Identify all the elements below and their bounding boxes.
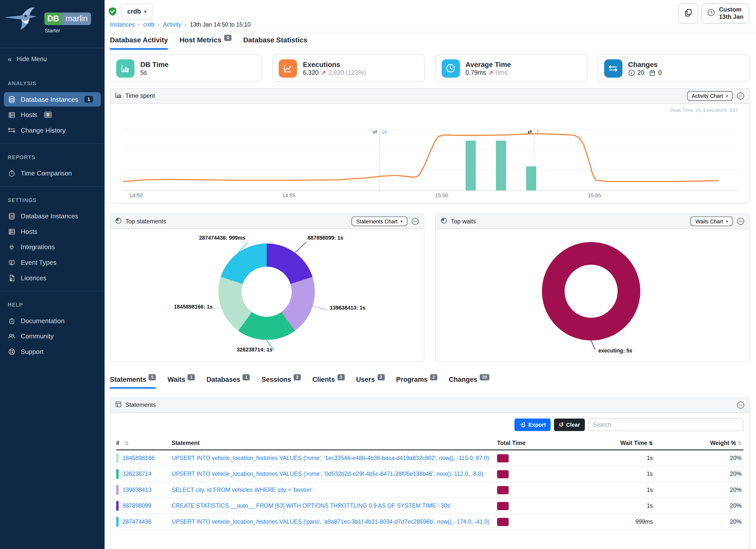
main-tabs: Database ActivityHost Metrics0Database S… [110,36,307,50]
statement-id-link[interactable]: 287474436 [123,518,152,525]
total-time-bar [497,502,509,510]
sort-icon[interactable]: ⇅ [125,440,129,446]
change-marker-count[interactable]: 16 [382,129,387,135]
collapse-panel-icon[interactable] [411,217,419,225]
collapse-panel-icon[interactable] [737,92,744,100]
sidebar-item-hosts[interactable]: Hosts [4,224,101,239]
tab-users[interactable]: Users2 [356,376,385,389]
instance-selector[interactable]: crdb ▾ [121,3,153,19]
weight-cell: 20% [653,487,743,493]
database-icon [8,212,16,220]
sidebar-section-analysis: ANALYSISDatabase Instances1Hosts0Change … [0,70,105,143]
tab-changes[interactable]: Changes20 [449,376,490,389]
sidebar-item-documentation[interactable]: Documentation [4,313,101,328]
time-range-button[interactable]: Custom 13th Jan [702,3,749,24]
statements-table: #⇅StatementTotal TimeWait Time⇅Weight %⇅… [116,437,743,530]
count-badge: 5 [149,374,156,381]
collapse-panel-icon[interactable] [737,217,744,225]
time-spent-chart[interactable]: Peak Time: 2s, Executions: 837 ⇄16⇄7 14:… [110,104,749,204]
export-button[interactable]: Export [514,419,551,431]
breadcrumb-separator-icon: › [158,22,160,28]
waits-chart-dropdown[interactable]: Waits Chart ▾ [691,217,733,226]
breadcrumb-activity[interactable]: Activity [163,21,181,28]
sidebar-item-support[interactable]: Support [4,344,101,359]
top-waits-donut[interactable]: executing: 5s [436,229,749,362]
sidebar-item-community[interactable]: Community [4,329,101,343]
sidebar-item-label: Database Instances [21,212,78,220]
executions-bar[interactable] [526,166,536,191]
time-spent-header: Time spent Activity Chart ▾ [110,89,749,104]
hide-menu-button[interactable]: « Hide Menu [0,48,105,70]
sidebar-section-title: SETTINGS [0,193,105,208]
copy-link-button[interactable] [679,3,698,24]
sidebar-item-database-instances[interactable]: Database Instances1 [4,92,101,107]
dbmarlin-app: DB marlin Starter « Hide Menu ANALYSISDa… [0,0,756,549]
tab-clients[interactable]: Clients2 [312,376,344,389]
sort-icon[interactable]: ⇅ [737,441,741,446]
statement-cell: UPSERT INTO vehicle_location_histories V… [172,455,497,462]
tab-database-statistics[interactable]: Database Statistics [243,36,307,50]
breadcrumb-13th-jan-14-50-to-15-10: 13th Jan 14:50 to 15:10 [190,21,251,28]
sidebar-item-database-instances[interactable]: Database Instances [4,209,101,223]
statement-id-link[interactable]: 326238714 [123,471,152,477]
sidebar-item-licences[interactable]: Licences [4,270,101,285]
sort-icon-active[interactable]: ⇅ [649,441,653,446]
statement-link[interactable]: UPSERT INTO vehicle_location_histories V… [172,518,490,525]
metric-card-executions: Executions6,320↗2,830 (123%) [272,54,424,82]
statement-cell: UPSERT INTO vehicle_location_histories V… [172,471,497,477]
statements-donut-ring[interactable] [218,243,315,340]
statement-link[interactable]: UPSERT INTO vehicle_location_histories V… [172,471,483,477]
health-shield-icon [108,7,117,18]
table-header-row: #⇅StatementTotal TimeWait Time⇅Weight %⇅ [116,437,743,450]
sidebar-item-change-history[interactable]: Change History [4,123,101,137]
events-icon [8,258,16,266]
executions-bar[interactable] [496,141,506,191]
main-content: crdb ▾ Instances›crdb›Activity›13th Jan … [105,0,756,549]
statement-link[interactable]: SELECT city, id FROM vehicles WHERE city… [172,487,312,493]
sidebar-item-event-types[interactable]: Event Types [4,255,101,270]
db-time-line[interactable] [123,134,718,181]
search-input[interactable] [588,419,743,431]
activity-chart-dropdown[interactable]: Activity Chart ▾ [687,91,733,101]
sidebar-item-integrations[interactable]: Integrations [4,240,101,254]
total-time-bar [497,470,509,478]
top-statements-header: Top statements Statements Chart ▾ [110,214,424,229]
statement-id-link[interactable]: 139638413 [123,487,152,493]
sidebar-sections: ANALYSISDatabase Instances1Hosts0Change … [0,70,105,364]
copy-icon [684,9,693,19]
tab-label: Users [356,376,375,383]
statement-link[interactable]: CREATE STATISTICS __auto__ FROM [63] WIT… [172,502,451,509]
statement-id-link[interactable]: 1845898166 [123,455,155,462]
statement-color-chip [116,501,119,510]
tab-database-activity[interactable]: Database Activity [110,36,168,50]
support-icon [8,348,16,355]
sidebar-section-reports: REPORTSTime Comparison [0,143,105,186]
tab-label: Databases [207,376,240,383]
metric-card-average-time: Average Time0.79ms↗0ms [435,54,587,82]
metric-card-text: DB Time5s [140,60,169,76]
tab-waits[interactable]: Waits1 [167,376,195,389]
sidebar-item-hosts[interactable]: Hosts0 [4,108,101,122]
tab-programs[interactable]: Programs2 [396,376,437,389]
waits-donut-ring[interactable] [542,242,640,340]
statement-link[interactable]: UPSERT INTO vehicle_location_histories V… [172,455,489,462]
x-tick-label: 15:00 [435,192,448,198]
statements-chart-dropdown[interactable]: Statements Chart ▾ [351,217,407,226]
wait-time-cell: 1s [574,502,653,509]
breadcrumb-crdb[interactable]: crdb [143,21,154,28]
sidebar-item-time-comparison[interactable]: Time Comparison [4,166,101,180]
statement-id-link[interactable]: 887898099 [123,502,152,509]
tab-host-metrics[interactable]: Host Metrics0 [179,36,232,50]
clear-button[interactable]: ↺ Clear [554,419,585,431]
total-time-cell [497,518,574,526]
metric-card-text: Average Time0.79ms↗0ms [465,60,511,76]
export-icon [519,421,525,428]
top-statements-donut[interactable]: 887898099: 1s139638413: 1s326238714: 1s1… [110,229,424,362]
collapse-panel-icon[interactable] [737,401,744,409]
count-badge: 2 [337,374,345,381]
tab-sessions[interactable]: Sessions2 [261,376,301,389]
breadcrumb-instances[interactable]: Instances [110,21,135,28]
executions-bar[interactable] [466,141,476,191]
tab-databases[interactable]: Databases1 [207,376,250,389]
tab-statements[interactable]: Statements5 [110,376,156,389]
